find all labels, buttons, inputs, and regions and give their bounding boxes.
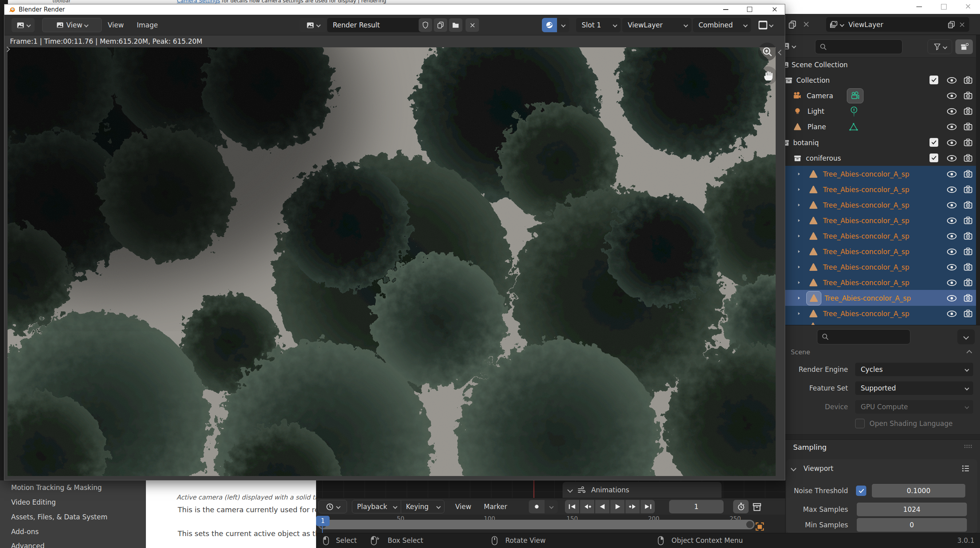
- close-icon[interactable]: [958, 21, 966, 29]
- playhead-chip[interactable]: 1: [316, 516, 330, 526]
- noise-threshold-field[interactable]: 0.1000: [872, 484, 965, 497]
- close-icon[interactable]: [771, 6, 778, 13]
- archive-box-icon[interactable]: [752, 502, 762, 512]
- hide-eye-icon[interactable]: [947, 92, 957, 99]
- maximize-button[interactable]: [747, 7, 752, 12]
- overlay-brackets-icon[interactable]: [755, 521, 765, 532]
- feature-set-dropdown[interactable]: Supported: [855, 381, 973, 395]
- outliner-row-scene-collection[interactable]: Scene Collection: [785, 57, 976, 72]
- auto-keyframe-options[interactable]: [545, 500, 558, 513]
- scrollbar-end-handle[interactable]: [746, 521, 753, 528]
- slot-dropdown[interactable]: Slot 1: [576, 18, 621, 32]
- max-samples-field[interactable]: 1024: [857, 503, 967, 516]
- display-channels-button[interactable]: [753, 18, 778, 32]
- previous-keyframe-button[interactable]: [580, 500, 594, 513]
- current-frame-field[interactable]: 1: [669, 500, 724, 513]
- unlink-image-button[interactable]: [466, 18, 479, 32]
- expand-arrow-icon[interactable]: [796, 171, 801, 177]
- outliner-editor-type-icon[interactable]: [785, 41, 790, 51]
- disable-render-camera-icon[interactable]: [963, 262, 973, 271]
- hide-eye-icon[interactable]: [947, 186, 957, 193]
- expand-arrow-icon[interactable]: [796, 218, 801, 223]
- view-menu[interactable]: View: [108, 18, 124, 32]
- camera-data-badge[interactable]: [847, 88, 864, 103]
- viewlayer-selector[interactable]: ViewLayer: [826, 17, 969, 32]
- outliner-search-input[interactable]: [815, 39, 902, 54]
- expand-arrow-icon[interactable]: [796, 280, 801, 285]
- disable-render-camera-icon[interactable]: [963, 107, 973, 115]
- properties-options-button[interactable]: [957, 329, 975, 344]
- main-maximize-button[interactable]: [941, 4, 947, 10]
- expand-arrow-icon[interactable]: [796, 202, 801, 208]
- copy-icon[interactable]: [788, 20, 797, 29]
- render-pass-dropdown[interactable]: Combined: [693, 18, 751, 32]
- fake-user-button[interactable]: [419, 18, 432, 32]
- minimize-button[interactable]: [723, 9, 728, 10]
- copy-icon[interactable]: [947, 20, 956, 29]
- auto-keyframe-record-button[interactable]: [529, 500, 545, 513]
- image-browse-button[interactable]: [299, 18, 326, 32]
- main-minimize-button[interactable]: [916, 6, 922, 7]
- disable-render-camera-icon[interactable]: [963, 154, 973, 162]
- list-options-icon[interactable]: [961, 464, 970, 473]
- jump-to-start-button[interactable]: [565, 500, 579, 513]
- close-icon[interactable]: [802, 20, 811, 29]
- hide-eye-icon[interactable]: [947, 264, 957, 271]
- horizontal-scrollbar[interactable]: [318, 520, 755, 529]
- keying-menu[interactable]: Keying: [401, 500, 444, 513]
- scene-pin-options[interactable]: [557, 18, 569, 32]
- jump-to-end-button[interactable]: [640, 500, 655, 513]
- use-preview-range-button[interactable]: [733, 500, 749, 513]
- editor-type-button[interactable]: [12, 18, 35, 32]
- expand-arrow-icon[interactable]: [796, 187, 801, 192]
- expand-arrow-icon[interactable]: [796, 233, 801, 239]
- hide-eye-icon[interactable]: [947, 155, 957, 162]
- expand-arrow-icon[interactable]: [796, 311, 801, 316]
- play-reverse-button[interactable]: [595, 500, 609, 513]
- sidebar-item-video-editing[interactable]: Video Editing: [11, 498, 56, 506]
- collection-checkbox[interactable]: [930, 76, 938, 84]
- render-window-titlebar[interactable]: Blender Render: [4, 4, 785, 15]
- collapse-chevron-icon[interactable]: [567, 487, 573, 493]
- expand-arrow-icon[interactable]: [796, 264, 801, 270]
- expand-arrow-icon[interactable]: [796, 295, 801, 301]
- disable-render-camera-icon[interactable]: [963, 138, 973, 147]
- sidebar-collapse-icon[interactable]: [778, 50, 784, 55]
- sidebar-item-advanced[interactable]: Advanced: [11, 542, 45, 548]
- open-image-button[interactable]: [449, 18, 462, 32]
- next-keyframe-button[interactable]: [625, 500, 640, 513]
- hide-eye-icon[interactable]: [947, 108, 957, 115]
- play-button[interactable]: [610, 500, 625, 513]
- camera-settings-link[interactable]: Camera Settings: [177, 0, 220, 4]
- viewport-subpanel-header[interactable]: Viewport: [803, 464, 833, 472]
- timeline-marker-menu[interactable]: Marker: [484, 500, 507, 513]
- pan-gizmo[interactable]: [759, 66, 777, 85]
- render-engine-dropdown[interactable]: Cycles: [855, 363, 973, 376]
- hide-eye-icon[interactable]: [947, 139, 957, 146]
- new-collection-button[interactable]: [955, 39, 973, 54]
- hide-eye-icon[interactable]: [947, 295, 957, 302]
- main-close-button[interactable]: [964, 2, 972, 10]
- disable-render-camera-icon[interactable]: [963, 278, 973, 287]
- disable-render-camera-icon[interactable]: [963, 309, 973, 318]
- panel-collapse-icon[interactable]: [966, 350, 972, 356]
- disable-render-camera-icon[interactable]: [963, 293, 973, 302]
- new-image-button[interactable]: [434, 18, 447, 32]
- hide-eye-icon[interactable]: [947, 171, 957, 178]
- expand-arrow-icon[interactable]: [796, 249, 801, 254]
- disable-render-camera-icon[interactable]: [963, 216, 973, 225]
- sampling-panel-header[interactable]: Sampling: [793, 443, 827, 451]
- render-canvas[interactable]: Frame:1 | Time:00:11.76 | Mem:615.20M, P…: [4, 35, 785, 480]
- hide-eye-icon[interactable]: [947, 248, 957, 255]
- properties-search-input[interactable]: [817, 329, 910, 344]
- image-mode-dropdown[interactable]: View: [42, 18, 102, 32]
- hide-eye-icon[interactable]: [947, 217, 957, 224]
- botaniq-checkbox[interactable]: [930, 138, 938, 147]
- hide-eye-icon[interactable]: [947, 279, 957, 286]
- scene-pin-button[interactable]: [542, 18, 557, 32]
- timeline-editor-type-button[interactable]: [318, 500, 347, 513]
- image-menu[interactable]: Image: [137, 18, 158, 32]
- animations-channel[interactable]: Animations: [563, 482, 722, 498]
- drag-dots-icon[interactable]: [963, 444, 973, 449]
- sidebar-item-addons[interactable]: Add-ons: [11, 528, 39, 536]
